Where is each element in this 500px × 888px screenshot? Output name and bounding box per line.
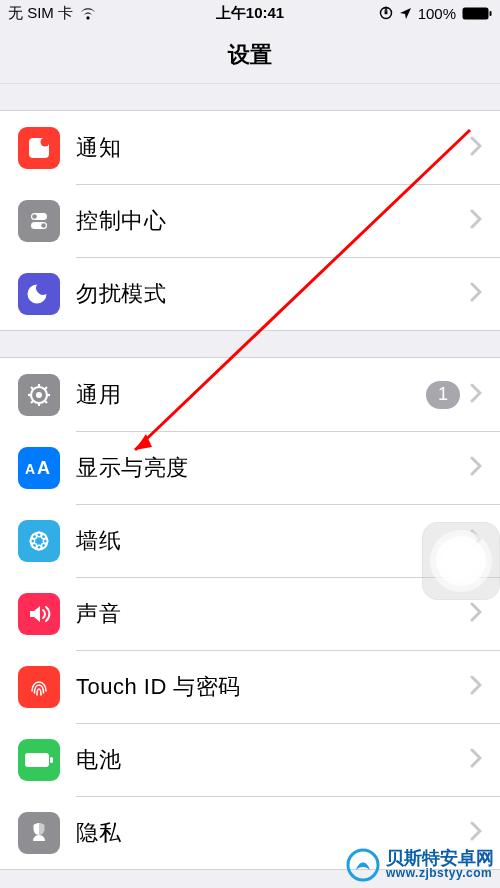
- svg-rect-2: [463, 7, 489, 19]
- general-icon: [18, 374, 60, 416]
- row-notifications[interactable]: 通知: [0, 111, 500, 184]
- chevron-right-icon: [470, 748, 482, 772]
- do-not-disturb-icon: [18, 273, 60, 315]
- svg-rect-1: [384, 11, 387, 14]
- notification-badge: 1: [426, 381, 460, 409]
- row-label: Touch ID 与密码: [76, 672, 470, 702]
- row-label: 通知: [76, 133, 470, 163]
- svg-point-28: [41, 543, 45, 547]
- sound-icon: [18, 593, 60, 635]
- group-gap: [0, 331, 500, 357]
- chevron-right-icon: [470, 456, 482, 480]
- battery-percent-text: 100%: [418, 5, 456, 22]
- carrier-text: 无 SIM 卡: [8, 4, 73, 23]
- chevron-right-icon: [470, 602, 482, 626]
- svg-line-18: [45, 387, 47, 389]
- location-icon: [399, 7, 412, 20]
- svg-text:A: A: [25, 461, 35, 477]
- svg-point-27: [32, 534, 36, 538]
- chevron-right-icon: [470, 209, 482, 233]
- svg-point-9: [41, 223, 46, 228]
- svg-point-29: [41, 534, 45, 538]
- assistive-touch-button[interactable]: [422, 522, 500, 600]
- svg-point-25: [30, 538, 34, 542]
- chevron-right-icon: [470, 675, 482, 699]
- watermark-url: www.zjbstyy.com: [386, 867, 492, 880]
- svg-line-16: [31, 387, 33, 389]
- display-icon: AA: [18, 447, 60, 489]
- watermark-logo-icon: [346, 848, 380, 882]
- row-touch-id[interactable]: Touch ID 与密码: [0, 650, 500, 723]
- svg-line-19: [31, 401, 33, 403]
- svg-text:A: A: [37, 458, 50, 478]
- group-gap: [0, 84, 500, 110]
- status-left: 无 SIM 卡: [8, 4, 97, 23]
- row-display-brightness[interactable]: AA 显示与亮度: [0, 431, 500, 504]
- svg-rect-31: [25, 753, 49, 767]
- battery-icon: [462, 7, 492, 20]
- watermark-title: 贝斯特安卓网: [386, 849, 494, 867]
- row-general[interactable]: 通用 1: [0, 358, 500, 431]
- row-label: 电池: [76, 745, 470, 775]
- row-label: 控制中心: [76, 206, 470, 236]
- chevron-right-icon: [470, 383, 482, 407]
- battery-icon: [18, 739, 60, 781]
- svg-rect-3: [490, 11, 492, 16]
- watermark: 贝斯特安卓网 www.zjbstyy.com: [346, 848, 494, 882]
- settings-group: 通知 控制中心 勿扰模式: [0, 110, 500, 331]
- rotation-lock-icon: [379, 6, 393, 20]
- chevron-right-icon: [470, 821, 482, 845]
- chevron-right-icon: [470, 136, 482, 160]
- svg-point-30: [32, 543, 36, 547]
- wallpaper-icon: [18, 520, 60, 562]
- status-bar: 无 SIM 卡 上午10:41 100%: [0, 0, 500, 26]
- row-label: 隐私: [76, 818, 470, 848]
- svg-point-11: [36, 392, 42, 398]
- svg-point-24: [37, 545, 41, 549]
- row-label: 墙纸: [76, 526, 470, 556]
- control-center-icon: [18, 200, 60, 242]
- svg-point-5: [41, 137, 50, 146]
- settings-group: 通用 1 AA 显示与亮度 墙纸 声音: [0, 357, 500, 870]
- touch-id-icon: [18, 666, 60, 708]
- wifi-icon: [79, 7, 97, 20]
- svg-point-23: [37, 532, 41, 536]
- svg-line-17: [45, 401, 47, 403]
- row-label: 勿扰模式: [76, 279, 470, 309]
- row-battery[interactable]: 电池: [0, 723, 500, 796]
- page-title: 设置: [0, 26, 500, 84]
- chevron-right-icon: [470, 282, 482, 306]
- notifications-icon: [18, 127, 60, 169]
- svg-point-26: [43, 538, 47, 542]
- row-label: 显示与亮度: [76, 453, 470, 483]
- row-label: 通用: [76, 380, 426, 410]
- settings-list: 通知 控制中心 勿扰模式 通用 1: [0, 84, 500, 888]
- svg-point-7: [32, 214, 37, 219]
- privacy-icon: [18, 812, 60, 854]
- row-control-center[interactable]: 控制中心: [0, 184, 500, 257]
- row-label: 声音: [76, 599, 470, 629]
- row-do-not-disturb[interactable]: 勿扰模式: [0, 257, 500, 330]
- svg-rect-32: [50, 757, 53, 763]
- status-right: 100%: [379, 5, 492, 22]
